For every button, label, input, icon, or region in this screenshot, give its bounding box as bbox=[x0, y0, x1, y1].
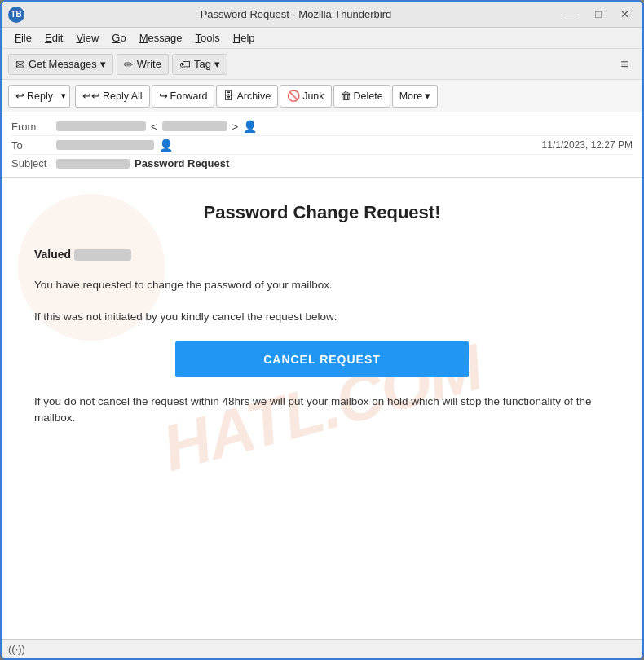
menu-file[interactable]: File bbox=[8, 30, 38, 46]
menu-tools[interactable]: Tools bbox=[188, 30, 226, 46]
reply-group: ↩ Reply ▾ bbox=[8, 85, 70, 108]
from-field: From < > 👤 bbox=[11, 117, 633, 136]
delete-icon: 🗑 bbox=[341, 90, 351, 102]
archive-icon: 🗄 bbox=[223, 90, 234, 102]
reply-button[interactable]: ↩ Reply bbox=[8, 85, 60, 108]
main-window: TB Password Request - Mozilla Thunderbir… bbox=[0, 0, 644, 660]
reply-all-icon: ↩↩ bbox=[82, 90, 100, 102]
tag-label: Tag bbox=[194, 58, 211, 70]
subject-text: Password Request bbox=[135, 157, 229, 169]
cancel-request-button[interactable]: CANCEL REQUEST bbox=[175, 341, 469, 377]
email-header: From < > 👤 To 👤 11/1/2023, 12:27 PM Subj… bbox=[2, 112, 642, 178]
archive-label: Archive bbox=[236, 90, 271, 102]
title-bar: TB Password Request - Mozilla Thunderbir… bbox=[2, 2, 642, 28]
email-title: Password Change Request! bbox=[34, 202, 610, 223]
to-person-icon: 👤 bbox=[159, 139, 173, 152]
subject-value: Password Request bbox=[56, 157, 633, 169]
status-icon: ((·)) bbox=[8, 643, 25, 655]
email-paragraph-2: If this was not initiated by you kindly … bbox=[34, 309, 610, 325]
from-value: < > 👤 bbox=[56, 120, 633, 133]
menu-edit[interactable]: Edit bbox=[38, 30, 69, 46]
forward-icon: ↪ bbox=[159, 90, 168, 102]
get-messages-button[interactable]: ✉ Get Messages ▾ bbox=[8, 54, 113, 75]
email-paragraph-1: You have requested to change the passwor… bbox=[34, 277, 610, 293]
menu-message[interactable]: Message bbox=[133, 30, 189, 46]
tag-button[interactable]: 🏷 Tag ▾ bbox=[172, 54, 227, 75]
forward-button[interactable]: ↪ Forward bbox=[152, 85, 215, 108]
hamburger-button[interactable]: ≡ bbox=[613, 53, 636, 76]
get-messages-dropdown-icon[interactable]: ▾ bbox=[100, 58, 106, 70]
email-content: Password Change Request! Valued You have… bbox=[2, 178, 642, 465]
forward-label: Forward bbox=[170, 90, 208, 102]
greeting-name-blurred bbox=[74, 249, 131, 261]
maximize-button[interactable]: □ bbox=[587, 6, 610, 24]
archive-button[interactable]: 🗄 Archive bbox=[216, 85, 278, 108]
reply-label: Reply bbox=[27, 90, 53, 102]
menu-help[interactable]: Help bbox=[227, 30, 262, 46]
from-name-blurred bbox=[56, 121, 146, 131]
window-controls: — □ ✕ bbox=[561, 6, 636, 24]
junk-button[interactable]: 🚫 Junk bbox=[280, 85, 331, 108]
menu-go[interactable]: Go bbox=[105, 30, 132, 46]
to-email-blurred bbox=[56, 140, 154, 150]
window-title: Password Request - Mozilla Thunderbird bbox=[31, 8, 561, 20]
email-body: HATL.COM Password Change Request! Valued… bbox=[2, 178, 642, 639]
tag-dropdown-icon: ▾ bbox=[214, 58, 220, 70]
to-value: 👤 bbox=[56, 139, 542, 152]
menu-bar: File Edit View Go Message Tools Help bbox=[2, 28, 642, 49]
close-button[interactable]: ✕ bbox=[613, 6, 636, 24]
from-label: From bbox=[11, 121, 56, 133]
write-button[interactable]: ✏ Write bbox=[117, 54, 169, 75]
app-icon: TB bbox=[8, 7, 24, 23]
menu-view[interactable]: View bbox=[69, 30, 105, 46]
email-timestamp: 11/1/2023, 12:27 PM bbox=[542, 139, 633, 151]
reply-dropdown-button[interactable]: ▾ bbox=[58, 85, 70, 108]
reply-all-button[interactable]: ↩↩ Reply All bbox=[75, 85, 150, 108]
reply-icon: ↩ bbox=[15, 90, 24, 102]
more-label: More bbox=[399, 90, 422, 102]
status-bar: ((·)) bbox=[2, 639, 642, 658]
junk-icon: 🚫 bbox=[287, 90, 300, 102]
from-separator: < bbox=[151, 121, 157, 133]
tag-icon: 🏷 bbox=[179, 58, 191, 71]
delete-button[interactable]: 🗑 Delete bbox=[333, 85, 390, 108]
delete-label: Delete bbox=[354, 90, 383, 102]
email-paragraph-3: If you do not cancel the request within … bbox=[34, 394, 610, 427]
action-bar: ↩ Reply ▾ ↩↩ Reply All ↪ Forward 🗄 Archi… bbox=[2, 80, 642, 112]
main-toolbar: ✉ Get Messages ▾ ✏ Write 🏷 Tag ▾ ≡ bbox=[2, 49, 642, 80]
from-email-blurred bbox=[162, 121, 227, 131]
more-button[interactable]: More ▾ bbox=[392, 85, 438, 108]
write-icon: ✏ bbox=[124, 58, 134, 71]
email-greeting: Valued bbox=[34, 248, 610, 261]
reply-all-label: Reply All bbox=[103, 90, 143, 102]
write-label: Write bbox=[137, 58, 161, 70]
subject-label: Subject bbox=[11, 157, 56, 169]
subject-prefix-blurred bbox=[56, 159, 130, 169]
subject-field: Subject Password Request bbox=[11, 155, 633, 172]
minimize-button[interactable]: — bbox=[561, 6, 584, 24]
more-dropdown-icon: ▾ bbox=[425, 90, 430, 102]
from-person-icon: 👤 bbox=[243, 120, 257, 133]
to-label: To bbox=[11, 139, 56, 152]
get-messages-icon: ✉ bbox=[15, 58, 25, 71]
to-field: To 👤 11/1/2023, 12:27 PM bbox=[11, 136, 633, 155]
from-bracket-close: > bbox=[232, 121, 239, 133]
junk-label: Junk bbox=[302, 90, 324, 102]
get-messages-label: Get Messages bbox=[29, 58, 97, 70]
